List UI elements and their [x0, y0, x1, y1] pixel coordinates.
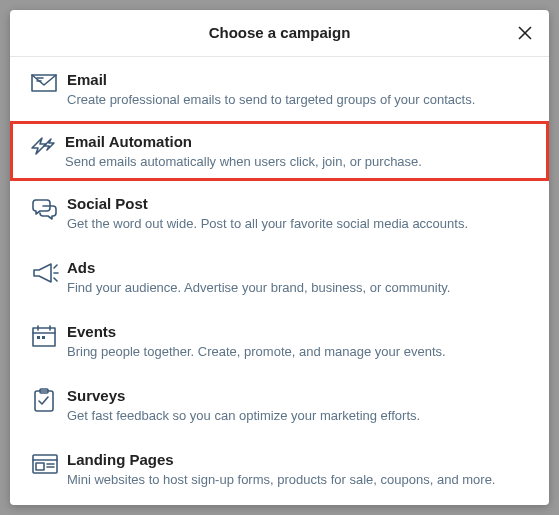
option-text: Social PostGet the word out wide. Post t…	[67, 194, 528, 232]
campaign-option-ads[interactable]: AdsFind your audience. Advertise your br…	[10, 245, 549, 309]
campaign-option-email-automation[interactable]: Email AutomationSend emails automaticall…	[10, 121, 549, 181]
option-title: Landing Pages	[67, 450, 528, 470]
svg-marker-6	[44, 139, 54, 150]
option-description: Get the word out wide. Post to all your …	[67, 215, 528, 233]
option-description: Get fast feedback so you can optimize yo…	[67, 407, 528, 425]
option-text: EmailCreate professional emails to send …	[67, 70, 528, 108]
campaign-option-email[interactable]: EmailCreate professional emails to send …	[10, 57, 549, 121]
option-description: Bring people together. Create, promote, …	[67, 343, 528, 361]
campaign-list: EmailCreate professional emails to send …	[10, 57, 549, 505]
campaign-option-events[interactable]: EventsBring people together. Create, pro…	[10, 309, 549, 373]
social-icon	[31, 194, 67, 220]
automation-icon	[29, 132, 65, 158]
option-title: Email	[67, 70, 528, 90]
ads-icon	[31, 258, 67, 284]
svg-line-10	[54, 278, 57, 281]
modal-header: Choose a campaign	[10, 10, 549, 57]
modal-title: Choose a campaign	[209, 24, 351, 41]
option-description: Send emails automatically when users cli…	[65, 153, 530, 171]
option-text: SurveysGet fast feedback so you can opti…	[67, 386, 528, 424]
option-title: Surveys	[67, 386, 528, 406]
svg-marker-7	[34, 264, 51, 282]
svg-line-8	[54, 265, 57, 268]
events-icon	[31, 322, 67, 348]
campaign-option-landing-pages[interactable]: Landing PagesMini websites to host sign-…	[10, 437, 549, 501]
campaign-option-websites[interactable]: WebsitesCreate and publish a slick, mobi…	[10, 501, 549, 505]
close-icon	[517, 25, 533, 41]
option-title: Email Automation	[65, 132, 530, 152]
option-text: Email AutomationSend emails automaticall…	[65, 132, 530, 170]
landing-icon	[31, 450, 67, 476]
close-button[interactable]	[513, 21, 537, 45]
svg-rect-21	[36, 463, 44, 470]
email-icon	[31, 70, 67, 96]
option-title: Social Post	[67, 194, 528, 214]
option-description: Create professional emails to send to ta…	[67, 91, 528, 109]
option-text: AdsFind your audience. Advertise your br…	[67, 258, 528, 296]
svg-rect-15	[37, 336, 40, 339]
option-description: Mini websites to host sign-up forms, pro…	[67, 471, 528, 489]
option-title: Ads	[67, 258, 528, 278]
svg-rect-16	[42, 336, 45, 339]
option-title: Events	[67, 322, 528, 342]
option-description: Find your audience. Advertise your brand…	[67, 279, 528, 297]
campaign-option-social-post[interactable]: Social PostGet the word out wide. Post t…	[10, 181, 549, 245]
option-text: Landing PagesMini websites to host sign-…	[67, 450, 528, 488]
campaign-option-surveys[interactable]: SurveysGet fast feedback so you can opti…	[10, 373, 549, 437]
option-text: EventsBring people together. Create, pro…	[67, 322, 528, 360]
surveys-icon	[31, 386, 67, 412]
choose-campaign-modal: Choose a campaign EmailCreate profession…	[10, 10, 549, 505]
